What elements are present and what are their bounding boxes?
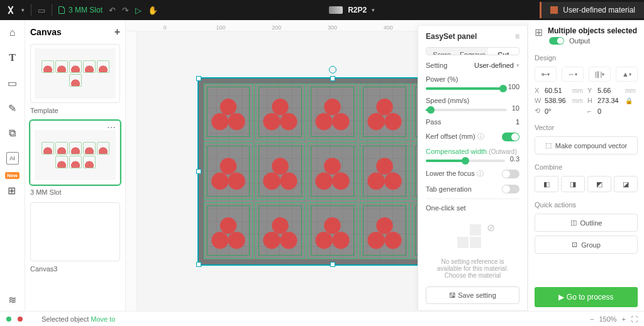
- move-to-link[interactable]: Move to: [91, 315, 115, 323]
- resize-handle[interactable]: [330, 262, 335, 267]
- home-tool[interactable]: ⌂: [6, 26, 19, 39]
- fit-screen-button[interactable]: ⛶: [631, 315, 638, 323]
- focus-label: Lower the focus: [426, 170, 475, 177]
- align-center-button[interactable]: ↔▾: [562, 67, 584, 82]
- x-input[interactable]: [545, 87, 570, 94]
- design-object[interactable]: [360, 84, 409, 141]
- comp-label: Compensated width: [426, 148, 487, 155]
- power-slider[interactable]: [426, 87, 503, 90]
- canvas-item-template[interactable]: [30, 44, 120, 103]
- design-object[interactable]: [204, 143, 253, 200]
- add-canvas-button[interactable]: +: [114, 26, 120, 38]
- zoom-out-button[interactable]: −: [590, 315, 594, 323]
- device-chevron[interactable]: ▾: [372, 7, 375, 13]
- compound-icon: ⬚: [545, 141, 552, 149]
- save-setting-button[interactable]: 🖫 Save setting: [426, 286, 519, 304]
- comp-slider[interactable]: [426, 160, 505, 162]
- compound-vector-button[interactable]: ⬚ Make compound vector: [535, 136, 638, 155]
- zoom-level[interactable]: 150%: [599, 315, 616, 323]
- resize-handle[interactable]: [196, 169, 201, 174]
- design-object[interactable]: [255, 143, 305, 200]
- w-input[interactable]: [545, 97, 570, 104]
- exclude-button[interactable]: ◪: [614, 176, 638, 192]
- intersect-button[interactable]: ◩: [587, 176, 611, 192]
- document-name: 3 MM Slot: [69, 6, 103, 14]
- props-title: Multiple objects selected: [548, 26, 637, 35]
- layers-tool[interactable]: ≋: [6, 293, 19, 306]
- device-indicator: [329, 6, 343, 14]
- canvas-item-canvas3[interactable]: [30, 202, 120, 261]
- app-menu-chevron[interactable]: ▾: [21, 7, 25, 13]
- tabgen-switch[interactable]: [502, 185, 519, 193]
- power-value: 100: [508, 83, 519, 90]
- vector-section-label: Vector: [535, 124, 638, 131]
- design-object[interactable]: [360, 143, 409, 200]
- h-input[interactable]: [597, 97, 623, 104]
- flip-button[interactable]: ▲▾: [616, 67, 638, 82]
- kerf-switch[interactable]: [502, 133, 519, 141]
- rotation-input[interactable]: [545, 107, 570, 115]
- outline-button[interactable]: ◫ Outline: [535, 214, 638, 232]
- canvas-item-label: Canvas3: [30, 265, 120, 273]
- canvas-item-more[interactable]: ⋯: [107, 125, 116, 130]
- union-button[interactable]: ◧: [535, 176, 558, 192]
- text-tool[interactable]: T: [6, 52, 19, 64]
- design-object[interactable]: [308, 143, 357, 200]
- easyset-title: EasySet panel: [426, 32, 477, 41]
- document-tab[interactable]: 3 MM Slot: [58, 6, 103, 14]
- material-button[interactable]: User-defined material: [540, 2, 644, 18]
- status-dot-connected: [6, 317, 11, 322]
- tab-score[interactable]: Score: [426, 48, 457, 55]
- tab-engrave[interactable]: Engrave: [457, 48, 488, 55]
- duplicate-tool[interactable]: ⧉: [6, 127, 19, 139]
- apps-tool[interactable]: ⊞: [5, 184, 18, 197]
- setting-value[interactable]: User-defined: [474, 62, 514, 69]
- group-icon: ⊡: [572, 241, 577, 249]
- rotate-handle[interactable]: [329, 66, 336, 73]
- group-button[interactable]: ⊡ Group: [535, 236, 638, 254]
- resize-handle[interactable]: [196, 76, 201, 81]
- redo-icon[interactable]: ↷: [122, 6, 129, 15]
- lock-aspect-icon[interactable]: 🔒: [625, 97, 638, 104]
- device-name[interactable]: R2P2: [348, 6, 367, 14]
- design-object[interactable]: [255, 84, 305, 141]
- pen-tool[interactable]: ✎: [6, 102, 19, 114]
- info-icon[interactable]: ⓘ: [477, 133, 484, 140]
- resize-handle[interactable]: [330, 76, 335, 81]
- align-left-button[interactable]: ⇤▾: [535, 67, 557, 82]
- corner-input[interactable]: [597, 107, 623, 115]
- zoom-in-button[interactable]: +: [622, 315, 626, 323]
- app-logo[interactable]: [6, 6, 15, 14]
- design-object[interactable]: [204, 202, 253, 259]
- go-to-process-button[interactable]: ▶ Go to process: [535, 287, 638, 307]
- shape-tool[interactable]: ▭: [6, 77, 19, 89]
- save-icon: 🖫: [449, 291, 456, 299]
- collapse-panel-icon[interactable]: ≡: [515, 32, 519, 41]
- tab-cut[interactable]: Cut: [488, 48, 519, 55]
- design-object[interactable]: [308, 202, 357, 259]
- comp-hint: (Outward): [489, 148, 516, 155]
- undo-icon[interactable]: ↶: [109, 6, 116, 15]
- design-object[interactable]: [204, 84, 253, 141]
- canvas-item-3mm-slot[interactable]: ⋯: [30, 121, 120, 185]
- chevron-down-icon[interactable]: ▾: [516, 62, 519, 68]
- pass-value[interactable]: 1: [516, 118, 519, 126]
- hand-icon[interactable]: ✋: [148, 6, 158, 15]
- design-object[interactable]: [255, 202, 305, 259]
- tabgen-label: Tab generation: [426, 185, 472, 193]
- design-object[interactable]: [360, 202, 409, 259]
- output-switch[interactable]: [549, 37, 564, 45]
- speed-slider[interactable]: [426, 109, 507, 111]
- info-icon[interactable]: ⓘ: [477, 170, 484, 177]
- ai-tool[interactable]: AI: [6, 152, 19, 165]
- combine-section-label: Combine: [535, 163, 638, 171]
- subtract-button[interactable]: ◨: [561, 176, 585, 192]
- align-distribute-button[interactable]: |∥|▾: [589, 67, 611, 82]
- y-input[interactable]: [597, 87, 623, 94]
- open-file-icon[interactable]: ▭: [38, 6, 45, 15]
- resize-handle[interactable]: [196, 262, 201, 267]
- focus-switch[interactable]: [502, 170, 519, 178]
- design-object[interactable]: [308, 84, 357, 141]
- speed-label: Speed (mm/s): [426, 97, 469, 104]
- run-icon[interactable]: ▷: [135, 6, 142, 15]
